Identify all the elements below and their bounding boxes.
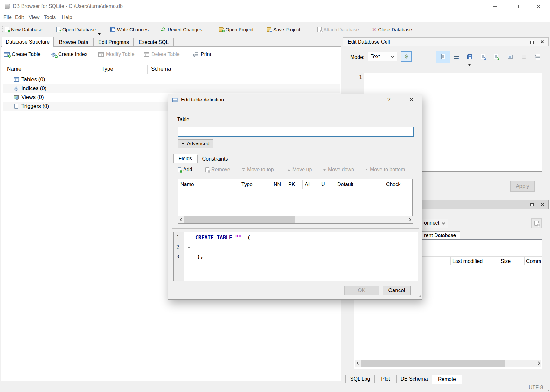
close-button[interactable] bbox=[528, 0, 548, 13]
sub-toolbar-separator bbox=[191, 50, 191, 58]
tab-execute-sql[interactable]: Execute SQL bbox=[134, 38, 174, 47]
table-icon bbox=[14, 77, 19, 82]
menu-edit[interactable]: Edit bbox=[13, 13, 26, 22]
dialog-help-button[interactable]: ? bbox=[387, 97, 390, 103]
sql-line-3: ); bbox=[197, 252, 203, 262]
revert-changes-button[interactable]: Revert Changes bbox=[161, 24, 202, 34]
text-mode-button[interactable] bbox=[436, 51, 450, 63]
grid-column-check[interactable]: Check bbox=[386, 179, 400, 190]
write-changes-button[interactable]: Write Changes bbox=[110, 24, 149, 34]
table-name-input[interactable] bbox=[178, 127, 414, 137]
new-database-icon bbox=[5, 27, 9, 32]
tree-column-name[interactable]: Name bbox=[7, 63, 21, 75]
move-to-bottom-icon bbox=[365, 168, 368, 172]
print-cell-button[interactable] bbox=[533, 52, 541, 60]
scrollbar-thumb[interactable] bbox=[184, 216, 295, 223]
edit-table-definition-dialog: Edit table definition ? Table Advanced F… bbox=[168, 94, 422, 300]
word-wrap-button[interactable] bbox=[452, 53, 460, 60]
grid-column-u[interactable]: U bbox=[321, 179, 325, 190]
menu-help[interactable]: Help bbox=[60, 13, 74, 22]
menu-tools[interactable]: Tools bbox=[42, 13, 58, 22]
tab-constraints[interactable]: Constraints bbox=[197, 155, 233, 163]
scroll-right-button[interactable] bbox=[406, 216, 413, 223]
grid-column-ai[interactable]: AI bbox=[305, 179, 310, 190]
create-index-button[interactable]: Create Index bbox=[51, 49, 87, 60]
auto-switch-mode-button[interactable] bbox=[401, 51, 412, 62]
open-database-button[interactable]: Open Database bbox=[56, 24, 96, 34]
move-up-button: Move up bbox=[287, 167, 312, 172]
tree-column-schema[interactable]: Schema bbox=[151, 63, 171, 75]
import-dropdown[interactable] bbox=[468, 61, 471, 67]
export-data-button[interactable] bbox=[479, 53, 487, 60]
current-database-tab-label: rent Database bbox=[424, 233, 456, 238]
import-floppy-icon bbox=[467, 54, 472, 59]
menu-view[interactable]: View bbox=[27, 13, 41, 22]
tree-row-tables[interactable]: Tables (0) bbox=[3, 75, 340, 84]
scroll-left-button[interactable] bbox=[355, 360, 361, 367]
toolbar-separator bbox=[214, 25, 214, 34]
close-panel-icon[interactable] bbox=[540, 203, 544, 206]
tab-fields[interactable]: Fields bbox=[173, 154, 197, 163]
add-field-button[interactable]: Add bbox=[178, 167, 192, 172]
grid-column-name[interactable]: Name bbox=[180, 179, 194, 190]
grid-column-nn[interactable]: NN bbox=[274, 179, 281, 190]
scroll-right-button[interactable] bbox=[535, 360, 541, 367]
view-monitor-icon bbox=[14, 95, 19, 99]
column-last-modified[interactable]: Last modified bbox=[452, 257, 483, 266]
scrollbar-thumb[interactable] bbox=[361, 360, 505, 367]
tab-database-structure[interactable]: Database Structure bbox=[2, 37, 54, 47]
dialog-close-button[interactable] bbox=[410, 98, 413, 101]
import-data-button[interactable] bbox=[466, 53, 473, 60]
advanced-toggle-button[interactable]: Advanced bbox=[178, 139, 213, 148]
tab-remote[interactable]: Remote bbox=[432, 374, 462, 384]
new-database-button[interactable]: New Database bbox=[5, 24, 42, 34]
maximize-button[interactable] bbox=[507, 0, 526, 13]
open-database-dropdown[interactable] bbox=[98, 31, 101, 36]
close-panel-icon[interactable] bbox=[540, 40, 544, 44]
scroll-left-button[interactable] bbox=[178, 216, 184, 223]
tab-sql-log[interactable]: SQL Log bbox=[345, 375, 375, 383]
grid-column-default[interactable]: Default bbox=[337, 179, 353, 190]
tab-browse-data[interactable]: Browse Data bbox=[54, 38, 94, 47]
dialog-resize-grip[interactable] bbox=[417, 295, 421, 298]
tree-row-indices[interactable]: Indices (0) bbox=[3, 84, 340, 93]
create-table-button[interactable]: Create Table bbox=[4, 49, 40, 60]
column-size[interactable]: Size bbox=[501, 257, 511, 266]
toolbar-handle[interactable] bbox=[2, 25, 3, 34]
window-resize-grip[interactable] bbox=[545, 387, 549, 391]
edit-cell-panel-titlebar: Edit Database Cell bbox=[343, 37, 549, 46]
grid-column-pk[interactable]: PK bbox=[288, 179, 295, 190]
ok-button: OK bbox=[344, 286, 379, 295]
save-project-button[interactable]: Save Project bbox=[267, 24, 300, 34]
dialog-title: Edit table definition bbox=[181, 97, 224, 103]
grid-column-type[interactable]: Type bbox=[241, 179, 253, 190]
open-project-button[interactable]: Open Project bbox=[219, 24, 254, 34]
column-commit[interactable]: Comm bbox=[526, 257, 541, 266]
move-up-icon bbox=[287, 168, 290, 172]
minimize-button[interactable] bbox=[485, 0, 505, 13]
grid-horizontal-scrollbar[interactable] bbox=[178, 216, 413, 223]
tab-plot[interactable]: Plot bbox=[375, 375, 396, 383]
menu-file[interactable]: File bbox=[2, 13, 14, 22]
open-external-button[interactable] bbox=[492, 53, 500, 60]
move-down-icon bbox=[323, 168, 326, 172]
tree-column-type[interactable]: Type bbox=[101, 63, 113, 75]
toolbar-separator bbox=[108, 25, 108, 34]
cancel-button[interactable]: Cancel bbox=[383, 286, 411, 295]
float-panel-icon[interactable] bbox=[530, 203, 534, 206]
fields-grid: Name Type NN PK AI U Default Check bbox=[178, 179, 413, 224]
open-database-icon bbox=[56, 27, 60, 32]
code-fold-icon[interactable] bbox=[186, 235, 190, 239]
move-to-top-icon bbox=[242, 168, 245, 172]
copy-link-button[interactable] bbox=[506, 53, 514, 60]
tab-edit-pragmas[interactable]: Edit Pragmas bbox=[94, 38, 134, 47]
chevron-down-icon bbox=[391, 55, 394, 58]
float-panel-icon[interactable] bbox=[530, 40, 534, 44]
print-button[interactable]: Print bbox=[193, 49, 211, 60]
close-database-button[interactable]: Close Database bbox=[372, 24, 412, 34]
close-icon bbox=[536, 4, 540, 9]
remove-field-icon bbox=[205, 167, 209, 172]
mode-select[interactable]: Text bbox=[368, 52, 397, 61]
tab-db-schema[interactable]: DB Schema bbox=[396, 375, 432, 383]
remote-horizontal-scrollbar[interactable] bbox=[355, 360, 541, 367]
